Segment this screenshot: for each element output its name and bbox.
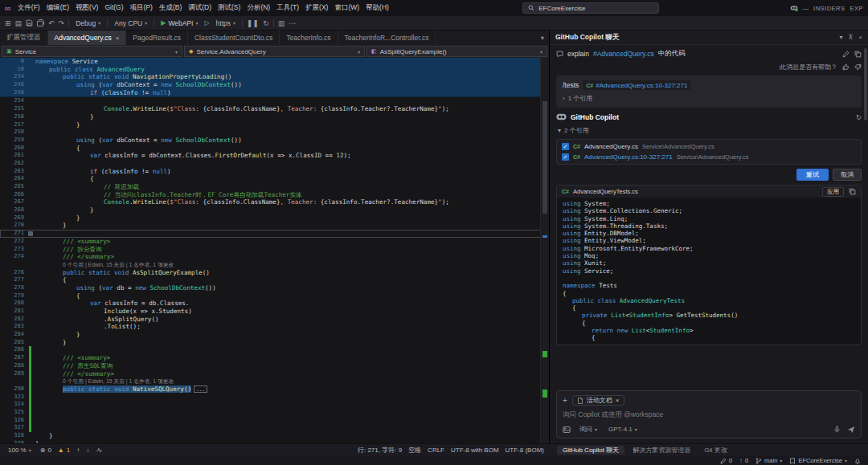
code-line[interactable]: 278using (var db = new SchoolDbContext()…: [0, 284, 549, 292]
start-debugging-button[interactable]: ▶WebAPI▾: [158, 19, 200, 27]
code-line[interactable]: 261var classInfo = dbContext.Classes.Fir…: [0, 152, 549, 160]
response-references-toggle[interactable]: ▾ 2 个引用: [556, 126, 862, 135]
code-line[interactable]: using System;: [563, 200, 855, 207]
menu-item[interactable]: 窗口(W): [331, 3, 362, 13]
attach-image-icon[interactable]: [563, 426, 571, 434]
code-line[interactable]: using Moq;: [563, 252, 855, 259]
code-line[interactable]: 270}: [0, 222, 549, 230]
thumbs-down-icon[interactable]: [854, 63, 862, 71]
retry-button[interactable]: 重试: [796, 169, 829, 181]
apply-button[interactable]: 应用: [822, 187, 844, 197]
chat-input-card[interactable]: + 活动文档 × 询问 Copilot 或使用 @workspace 询问▾ G…: [556, 390, 862, 438]
code-line[interactable]: 271: [0, 230, 549, 238]
regenerate-icon[interactable]: ↻: [856, 113, 862, 121]
code-line[interactable]: using Entity.DBModel;: [563, 230, 855, 237]
reference-checkbox[interactable]: ✓: [562, 143, 569, 150]
copy-icon[interactable]: [849, 188, 856, 195]
code-line[interactable]: 262: [0, 160, 549, 168]
code-line[interactable]: {: [563, 290, 855, 297]
code-line[interactable]: 287/// <summary>: [0, 354, 549, 362]
document-tab[interactable]: 扩展管理器: [0, 31, 48, 45]
undo-icon[interactable]: ↶: [48, 19, 55, 27]
chevron-down-icon[interactable]: ▾: [839, 34, 842, 41]
code-line[interactable]: 10public class AdvancedQuery: [0, 66, 549, 74]
menu-item[interactable]: 工具(T): [273, 3, 302, 13]
document-tab[interactable]: TeacherInfoR...Controller.cs: [338, 31, 436, 45]
code-line[interactable]: 285}: [0, 339, 549, 347]
code-line[interactable]: 325: [0, 409, 549, 417]
code-line[interactable]: 286: [0, 346, 549, 354]
tab-overflow-icon[interactable]: ▾: [536, 31, 549, 45]
reference-row[interactable]: ✓C#AdvancedQuery.cs:10-327:271Service\Ad…: [562, 153, 856, 161]
menu-item[interactable]: 文件(F): [14, 3, 43, 13]
code-line[interactable]: 326: [0, 417, 549, 425]
save-all-icon[interactable]: [37, 19, 44, 27]
code-line[interactable]: 268}: [0, 206, 549, 214]
bell-icon[interactable]: [854, 458, 861, 464]
panel-scrollbar[interactable]: [864, 48, 867, 120]
code-line[interactable]: 276public static void AsSplitQueryExampl…: [0, 269, 549, 277]
redo-icon[interactable]: ↷: [59, 19, 65, 27]
model-picker-dropdown[interactable]: GPT-4.1▾: [606, 426, 640, 433]
add-context-button[interactable]: +: [563, 396, 567, 405]
document-tab[interactable]: AdvancedQuery.cs×: [48, 31, 127, 45]
titlebar-search[interactable]: EFCoreExercise: [522, 2, 659, 14]
code-line[interactable]: using Xunit;: [563, 259, 855, 267]
reference-checkbox[interactable]: ✓: [562, 153, 569, 161]
menu-item[interactable]: 项目(P): [127, 3, 156, 13]
code-line[interactable]: using Service;: [563, 267, 855, 275]
code-line[interactable]: 257}: [0, 121, 549, 129]
thumbs-up-icon[interactable]: [842, 63, 850, 71]
code-line[interactable]: using System.Threading.Tasks;: [563, 222, 855, 230]
code-line[interactable]: return new List<StudentInfo>: [563, 327, 855, 334]
code-line[interactable]: 273/// 拆分查询: [0, 246, 549, 254]
branch-picker[interactable]: main▾: [755, 457, 782, 464]
mic-icon[interactable]: [833, 426, 841, 433]
find-in-files-icon[interactable]: ▥: [278, 19, 285, 27]
code-line[interactable]: 272/// <summary>: [0, 238, 549, 246]
code-editor[interactable]: 8namespace Service10public class Advance…: [0, 58, 549, 443]
menu-item[interactable]: Git(G): [101, 3, 126, 13]
code-line[interactable]: {: [563, 304, 855, 312]
menu-item[interactable]: 测试(S): [215, 3, 244, 13]
menu-item[interactable]: 生成(B): [156, 3, 185, 13]
new-file-icon[interactable]: ⊞: [5, 19, 11, 27]
document-tab[interactable]: TeacherInfo.cs: [280, 31, 338, 45]
code-line[interactable]: 284}: [0, 331, 549, 339]
configuration-dropdown[interactable]: Debug▾: [73, 19, 103, 27]
user-references-toggle[interactable]: › 1 个引用: [563, 94, 855, 103]
code-line[interactable]: 277{: [0, 276, 549, 284]
file-reference-chip[interactable]: C# #AdvancedQuery.cs:10-327:271: [583, 80, 690, 90]
save-icon[interactable]: [26, 19, 33, 27]
code-line[interactable]: public class AdvancedQueryTests: [563, 297, 855, 304]
cancel-button[interactable]: 取消: [833, 169, 862, 181]
code-line[interactable]: using System.Collections.Generic;: [563, 207, 855, 214]
tool-window-tab[interactable]: Git 更改: [698, 446, 732, 455]
scrollbar-thumb[interactable]: [542, 101, 547, 214]
code-line[interactable]: 283.ToList();: [0, 323, 549, 331]
menu-item[interactable]: 视图(V): [72, 3, 101, 13]
chat-input-placeholder[interactable]: 询问 Copilot 或使用 @workspace: [563, 410, 855, 420]
code-line[interactable]: 0 个引用 | Edwin, 15 天前 | 1 名作者, 1 项更改: [0, 261, 549, 269]
code-line[interactable]: 288/// 原生SQL查询: [0, 362, 549, 370]
code-line[interactable]: 258: [0, 128, 549, 137]
document-tab[interactable]: ClassStudentCountDto.cs: [188, 31, 280, 45]
close-tab-icon[interactable]: ×: [116, 35, 120, 42]
code-line[interactable]: 259using (var dbContext = new SchoolDbCo…: [0, 137, 549, 145]
minimize-icon[interactable]: —: [803, 5, 809, 12]
code-line[interactable]: 289/// </summary>: [0, 370, 549, 378]
code-line[interactable]: 274/// </summary>: [0, 253, 549, 261]
outgoing-commits[interactable]: ↑ 0: [739, 457, 748, 464]
toolbar-options-icon[interactable]: ⋯: [289, 19, 296, 27]
code-line[interactable]: 290public static void NativeSQLQuery()..…: [0, 385, 549, 394]
zoom-dropdown[interactable]: 100 %▾: [6, 447, 34, 454]
code-line[interactable]: 280var classInfo = db.Classes.: [0, 300, 549, 308]
break-all-icon[interactable]: ❚❚: [247, 19, 259, 27]
code-line[interactable]: namespace Tests: [563, 282, 855, 289]
menu-item[interactable]: 帮助(H): [362, 3, 392, 13]
encoding[interactable]: UTF-8 with BOM: [451, 447, 499, 454]
code-line[interactable]: using Entity.ViewModel;: [563, 237, 855, 244]
platform-dropdown[interactable]: Any CPU▾: [112, 19, 149, 27]
collapsed-region[interactable]: ...: [194, 385, 207, 393]
code-line[interactable]: 255Console.WriteLine($"Class: {classInfo…: [0, 105, 549, 113]
